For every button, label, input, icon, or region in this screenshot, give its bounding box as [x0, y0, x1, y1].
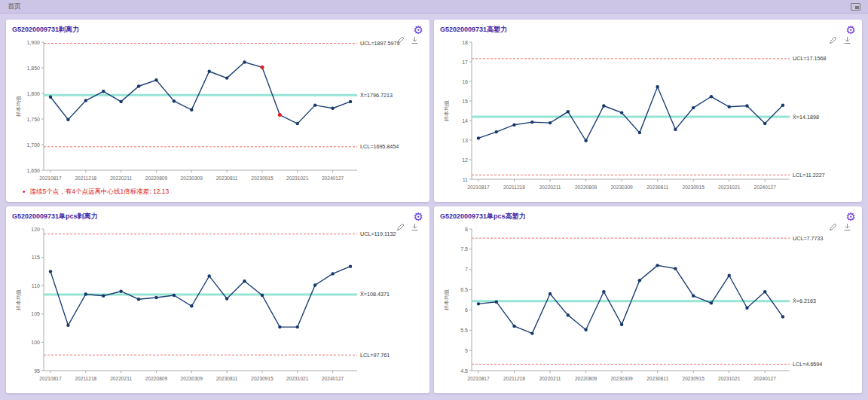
svg-text:20240127: 20240127 — [322, 176, 344, 181]
svg-text:样本均值: 样本均值 — [16, 96, 21, 117]
top-tab-bar: 首页 — [0, 0, 868, 14]
svg-text:20230309: 20230309 — [610, 185, 633, 190]
svg-text:20231021: 20231021 — [286, 376, 309, 381]
svg-text:20230811: 20230811 — [646, 376, 668, 381]
svg-text:20230811: 20230811 — [646, 185, 668, 190]
svg-text:20230811: 20230811 — [216, 176, 238, 181]
svg-text:20210817: 20210817 — [39, 176, 62, 181]
svg-text:14: 14 — [462, 118, 468, 124]
svg-text:20231021: 20231021 — [718, 376, 741, 381]
svg-text:7: 7 — [465, 267, 468, 272]
svg-text:7.5: 7.5 — [460, 246, 468, 252]
svg-text:20231021: 20231021 — [286, 176, 309, 181]
gear-icon[interactable]: ⚙ — [846, 24, 856, 35]
chart-wrap: 12011511010510095样本均值2021081720211218202… — [12, 223, 423, 387]
warning-bullet-icon: • — [23, 188, 26, 196]
svg-text:20230915: 20230915 — [251, 376, 274, 381]
svg-text:20210817: 20210817 — [39, 376, 62, 381]
control-chart: 12011511010510095样本均值2021081720211218202… — [12, 223, 423, 384]
gear-icon[interactable]: ⚙ — [846, 211, 856, 222]
svg-text:20230309: 20230309 — [181, 376, 203, 381]
svg-text:110: 110 — [32, 283, 40, 289]
svg-text:X̄=108.4371: X̄=108.4371 — [360, 291, 390, 298]
svg-text:20230915: 20230915 — [683, 376, 705, 381]
svg-text:X̄=6.2163: X̄=6.2163 — [793, 298, 816, 304]
panel-unit-high-plastic-force: G52020009731单pcs高塑力 ⚙ 87.576.565.554.5样本… — [434, 206, 862, 393]
svg-text:20220809: 20220809 — [145, 176, 168, 181]
svg-text:20230915: 20230915 — [251, 176, 274, 181]
svg-text:18: 18 — [462, 40, 468, 45]
tab-home[interactable]: 首页 — [8, 2, 21, 11]
panel-toggle-icon[interactable] — [851, 3, 860, 11]
svg-text:20220211: 20220211 — [539, 185, 561, 190]
svg-text:20220211: 20220211 — [539, 376, 561, 381]
svg-text:12: 12 — [462, 157, 468, 163]
warning-text: 连续5个点，有4个点远离中心线1倍标准差: 12,13 — [30, 188, 170, 197]
dashboard-grid: G52020009731剥离力 ⚙ 1,9001,8501,8001,7501,… — [0, 14, 868, 393]
svg-text:LCL=11.2227: LCL=11.2227 — [793, 172, 825, 179]
svg-text:UCL=17.1568: UCL=17.1568 — [793, 55, 827, 62]
edit-pencil-icon[interactable] — [396, 36, 405, 44]
svg-text:5.5: 5.5 — [460, 328, 468, 333]
chart-wrap: 1817161514131211样本均值20210817202112182022… — [440, 36, 856, 196]
svg-text:20231021: 20231021 — [718, 185, 741, 190]
warning-row: • 连续5个点，有4个点远离中心线1倍标准差: 12,13 — [12, 187, 423, 197]
svg-text:15: 15 — [462, 99, 468, 104]
gear-icon[interactable]: ⚙ — [414, 211, 423, 222]
svg-text:20220211: 20220211 — [110, 176, 132, 181]
control-chart: 1817161514131211样本均值20210817202112182022… — [440, 36, 856, 193]
svg-text:20230811: 20230811 — [216, 376, 238, 381]
panel-title: G52020009731单pcs高塑力 — [440, 212, 526, 221]
chart-tools — [396, 223, 419, 231]
svg-text:UCL=7.7733: UCL=7.7733 — [793, 235, 824, 242]
svg-text:95: 95 — [34, 368, 40, 374]
svg-text:LCL=97.761: LCL=97.761 — [360, 352, 390, 359]
svg-text:5: 5 — [465, 348, 468, 353]
edit-pencil-icon[interactable] — [829, 223, 837, 231]
svg-text:1,900: 1,900 — [26, 40, 40, 45]
control-chart: 1,9001,8501,8001,7501,7001,650样本均值202108… — [12, 36, 423, 184]
svg-text:LCL=4.6594: LCL=4.6594 — [793, 361, 822, 368]
panel-header: G52020009731高塑力 ⚙ — [440, 23, 856, 36]
svg-text:样本均值: 样本均值 — [444, 100, 449, 121]
panel-header: G52020009731剥离力 ⚙ — [12, 23, 423, 36]
svg-text:8: 8 — [465, 227, 468, 232]
svg-text:100: 100 — [31, 340, 40, 345]
panel-title: G52020009731高塑力 — [440, 25, 507, 35]
download-icon[interactable] — [411, 223, 419, 231]
chart-wrap: 1,9001,8501,8001,7501,7001,650样本均值202108… — [12, 36, 423, 187]
svg-text:20210817: 20210817 — [467, 376, 490, 381]
svg-text:6.5: 6.5 — [460, 287, 468, 292]
svg-text:20240127: 20240127 — [322, 376, 344, 381]
svg-text:6: 6 — [465, 307, 468, 313]
gear-icon[interactable]: ⚙ — [414, 24, 423, 35]
svg-text:1,850: 1,850 — [26, 66, 40, 71]
edit-pencil-icon[interactable] — [396, 223, 405, 231]
svg-text:11: 11 — [463, 177, 468, 182]
panel-high-plastic-force: G52020009731高塑力 ⚙ 1817161514131211样本均值20… — [434, 20, 862, 202]
svg-text:20220809: 20220809 — [575, 185, 598, 190]
download-icon[interactable] — [411, 36, 419, 44]
svg-text:13: 13 — [462, 138, 468, 143]
download-icon[interactable] — [843, 36, 851, 44]
svg-text:1,750: 1,750 — [26, 117, 40, 122]
chart-tools — [396, 36, 419, 44]
panel-unit-peel-force: G52020009731单pcs剥离力 ⚙ 12011511010510095样… — [6, 206, 429, 393]
svg-text:20240127: 20240127 — [754, 376, 777, 381]
svg-text:LCL=1695.8454: LCL=1695.8454 — [360, 143, 399, 150]
svg-text:UCL=1897.5973: UCL=1897.5973 — [360, 40, 400, 47]
download-icon[interactable] — [843, 223, 851, 231]
panel-header: G52020009731单pcs剥离力 ⚙ — [12, 209, 423, 223]
panel-peel-force: G52020009731剥离力 ⚙ 1,9001,8501,8001,7501,… — [6, 20, 429, 202]
chart-wrap: 87.576.565.554.5样本均值20210817202112182022… — [440, 223, 856, 387]
panel-title: G52020009731单pcs剥离力 — [12, 212, 98, 221]
edit-pencil-icon[interactable] — [829, 36, 837, 44]
svg-text:20220211: 20220211 — [110, 376, 132, 381]
svg-text:20230915: 20230915 — [683, 185, 705, 190]
control-chart: 87.576.565.554.5样本均值20210817202112182022… — [440, 223, 856, 384]
svg-text:115: 115 — [32, 255, 40, 260]
svg-text:20230309: 20230309 — [181, 176, 203, 181]
svg-text:样本均值: 样本均值 — [16, 289, 21, 310]
svg-text:20211218: 20211218 — [75, 376, 96, 381]
svg-text:105: 105 — [31, 311, 40, 316]
